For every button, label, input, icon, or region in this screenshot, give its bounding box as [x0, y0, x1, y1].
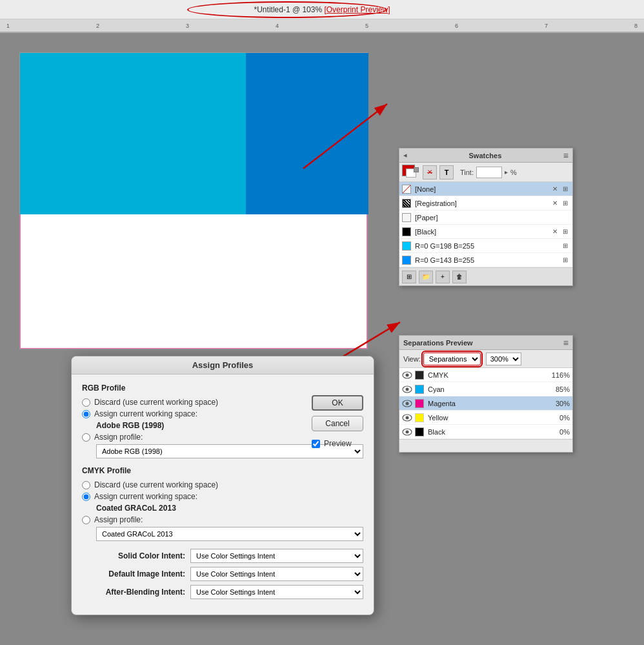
after-blending-intent-row: After-Blending Intent: Use Color Setting… [82, 585, 363, 599]
swatch-item-black[interactable]: [Black] ✕ ⊞ [399, 225, 572, 239]
assign-profiles-dialog: Assign Profiles OK Cancel Preview RGB Pr… [71, 356, 374, 615]
canvas-area: ◂ Swatches ≡ ✕ T Tint: ▸ % [None] [0, 33, 644, 645]
tint-input[interactable] [476, 167, 502, 178]
swatch-name-black: [Black] [415, 228, 550, 236]
swatch-list: [None] ✕ ⊞ [Registration] ✕ ⊞ [399, 182, 572, 267]
sep-color-black-sep [415, 427, 424, 436]
rgb-assign-profile-label: Assign profile: [94, 433, 143, 442]
swatch-item-registration[interactable]: [Registration] ✕ ⊞ [399, 196, 572, 210]
swatches-menu-icon[interactable]: ≡ [563, 150, 569, 161]
rgb-assign-working-radio[interactable] [82, 410, 90, 418]
swatch-color-paper [402, 213, 411, 222]
sep-item-cmyk[interactable]: CMYK 116% [399, 368, 572, 382]
rgb-discard-label: Discard (use current working space) [94, 398, 218, 407]
svg-point-7 [406, 387, 409, 391]
swatch-item-none[interactable]: [None] ✕ ⊞ [399, 182, 572, 196]
zoom-select[interactable]: 300% [486, 353, 521, 365]
dialog-title-bar: Assign Profiles [72, 356, 374, 374]
sep-name-magenta: Magenta [428, 400, 547, 407]
new-folder-btn[interactable]: 📁 [419, 271, 433, 283]
swatch-rgb143-icons: ⊞ [561, 256, 570, 265]
sep-item-magenta[interactable]: Magenta 30% [399, 396, 572, 411]
text-tool-button[interactable]: T [439, 165, 454, 179]
reg-grid-icon: ⊞ [561, 199, 570, 208]
swatch-name-registration: [Registration] [415, 200, 550, 207]
swatch-item-paper[interactable]: [Paper] [399, 210, 572, 225]
panel-collapse-icon[interactable]: ◂ [403, 151, 407, 159]
swatches-panel: ◂ Swatches ≡ ✕ T Tint: ▸ % [None] [399, 148, 573, 286]
swatch-item-rgb198[interactable]: R=0 G=198 B=255 ⊞ [399, 239, 572, 253]
solid-color-intent-select[interactable]: Use Color Settings Intent [190, 549, 363, 563]
rgb-discard-radio[interactable] [82, 398, 90, 407]
default-image-intent-select[interactable]: Use Color Settings Intent [190, 567, 363, 581]
cmyk-assign-profile-radio[interactable] [82, 516, 90, 524]
swatch-none-icons: ✕ ⊞ [550, 185, 570, 194]
tint-arrow[interactable]: ▸ [505, 169, 508, 176]
svg-point-5 [406, 373, 409, 376]
svg-point-11 [406, 416, 409, 419]
sep-color-yellow [415, 413, 424, 422]
swatch-color-rgb198 [402, 241, 411, 251]
after-blending-intent-select[interactable]: Use Color Settings Intent [190, 585, 363, 599]
sep-item-yellow[interactable]: Yellow 0% [399, 411, 572, 425]
swatch-reg-icons: ✕ ⊞ [550, 199, 570, 208]
cmyk-assign-profile-row: Assign profile: [82, 515, 363, 524]
tint-percent: % [510, 169, 517, 176]
default-image-intent-label: Default Image Intent: [82, 569, 185, 578]
sep-eye-magenta[interactable] [402, 398, 412, 409]
tint-label: Tint: [460, 169, 474, 176]
overprint-preview-label: [Overprint Preview] [324, 5, 390, 14]
rgb-assign-profile-radio[interactable] [82, 433, 90, 442]
new-color-group-btn[interactable]: ⊞ [402, 271, 416, 283]
swatch-rgb198-icons: ⊞ [561, 241, 570, 251]
sep-name-black-sep: Black [428, 428, 547, 436]
new-swatch-btn[interactable]: + [436, 271, 450, 283]
swatch-item-rgb143[interactable]: R=0 G=143 B=255 ⊞ [399, 253, 572, 267]
intent-section: Solid Color Intent: Use Color Settings I… [82, 549, 363, 599]
none-tool-button[interactable]: ✕ [423, 165, 437, 179]
sep-eye-yellow[interactable] [402, 413, 412, 423]
cmyk-profile-select[interactable]: Coated GRACoL 2013 [96, 527, 363, 541]
solid-color-intent-label: Solid Color Intent: [82, 551, 185, 560]
cmyk-assign-working-radio[interactable] [82, 493, 90, 501]
reg-x-icon: ✕ [550, 199, 559, 208]
cmyk-assign-working-label: Assign current working space: [94, 492, 197, 501]
swatch-color-black [402, 227, 411, 236]
cmyk-discard-label: Discard (use current working space) [94, 480, 218, 489]
sep-menu-icon[interactable]: ≡ [563, 338, 569, 348]
sep-item-cyan[interactable]: Cyan 85% [399, 382, 572, 396]
swatch-black-icons: ✕ ⊞ [550, 227, 570, 236]
blue-rectangle [246, 53, 368, 214]
sep-eye-cmyk[interactable] [402, 370, 412, 380]
document-canvas [19, 52, 368, 349]
sep-eye-cyan[interactable] [402, 384, 412, 394]
none-grid-icon: ⊞ [561, 185, 570, 194]
sep-eye-black[interactable] [402, 427, 412, 437]
cmyk-discard-radio[interactable] [82, 481, 90, 489]
swatch-name-paper: [Paper] [415, 214, 570, 221]
sep-color-cyan [415, 385, 424, 394]
delete-swatch-btn[interactable]: 🗑 [452, 271, 467, 283]
top-toolbar: *Untitled-1 @ 103% [Overprint Preview] [0, 0, 644, 19]
sep-percent-cmyk: 116% [547, 371, 570, 379]
fill-stroke-selector[interactable] [402, 165, 420, 180]
sep-item-black-sep[interactable]: Black 0% [399, 425, 572, 439]
cmyk-working-space-name: Coated GRACoL 2013 [96, 504, 363, 513]
sep-panel-bottom [399, 439, 572, 452]
rgb198-grid-icon: ⊞ [561, 241, 570, 251]
svg-point-13 [406, 430, 409, 433]
rgb-assign-working-label: Assign current working space: [94, 409, 197, 418]
preview-checkbox[interactable] [312, 440, 320, 448]
after-blending-intent-label: After-Blending Intent: [82, 588, 185, 597]
swatch-name-rgb143: R=0 G=143 B=255 [415, 256, 561, 264]
cancel-button[interactable]: Cancel [312, 416, 363, 431]
swatch-color-none [402, 185, 411, 194]
default-image-intent-row: Default Image Intent: Use Color Settings… [82, 567, 363, 581]
sep-percent-yellow: 0% [547, 414, 570, 422]
sep-name-yellow: Yellow [428, 414, 547, 422]
view-select[interactable]: Separations [423, 353, 481, 365]
swatch-name-rgb198: R=0 G=198 B=255 [415, 242, 561, 250]
preview-label: Preview [324, 439, 352, 448]
rgb143-grid-icon: ⊞ [561, 256, 570, 265]
ok-button[interactable]: OK [312, 395, 363, 411]
